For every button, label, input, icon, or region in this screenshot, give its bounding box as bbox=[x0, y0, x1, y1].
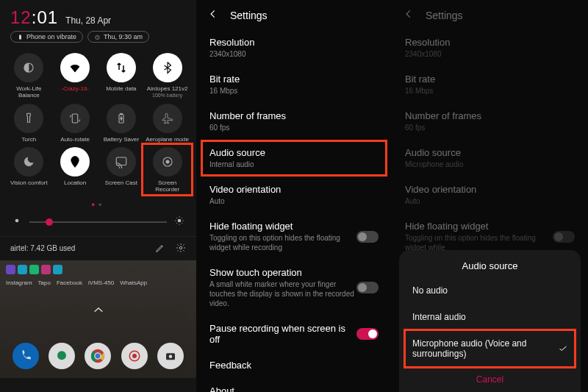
setting-subtitle: Internal audio bbox=[209, 160, 379, 169]
svg-point-10 bbox=[15, 219, 19, 223]
tile-pin[interactable]: Location bbox=[54, 147, 97, 193]
page-title: Settings bbox=[230, 10, 268, 21]
setting-row[interactable]: Show touch operationA small white marker… bbox=[196, 260, 392, 316]
setting-title: Resolution bbox=[209, 37, 379, 48]
camera-app-icon[interactable] bbox=[157, 343, 184, 369]
tile-bluetooth[interactable]: Airdopes 121v2100% battery bbox=[146, 53, 189, 99]
svg-point-22 bbox=[169, 354, 173, 358]
brightness-high-icon bbox=[174, 215, 184, 229]
svg-rect-3 bbox=[72, 114, 78, 123]
torch-icon[interactable] bbox=[14, 104, 43, 133]
setting-row[interactable]: Bit rate16 Mbps bbox=[392, 66, 588, 103]
bluetooth-icon[interactable] bbox=[153, 53, 182, 82]
brightness-slider[interactable] bbox=[29, 221, 167, 223]
setting-row[interactable]: Number of frames60 fps bbox=[196, 103, 392, 140]
setting-title: Feedback bbox=[209, 360, 379, 371]
setting-title: Pause recording when screen is off bbox=[209, 323, 356, 345]
dialog-option[interactable]: Microphone audio (Voice and surroundings… bbox=[399, 330, 581, 367]
toggle[interactable] bbox=[356, 231, 379, 243]
moon-icon[interactable] bbox=[14, 147, 43, 177]
page-indicator: ●● bbox=[0, 196, 196, 213]
setting-row[interactable]: Resolution2340x1080 bbox=[392, 29, 588, 66]
svg-point-12 bbox=[179, 246, 182, 249]
setting-row[interactable]: Audio sourceInternal audio bbox=[196, 140, 392, 177]
setting-row[interactable]: Resolution2340x1080 bbox=[196, 29, 392, 66]
tile-rotate[interactable]: Auto-rotate bbox=[54, 104, 97, 143]
tile-cast[interactable]: Screen Cast bbox=[100, 147, 143, 193]
tile-battery[interactable]: Battery Saver bbox=[100, 104, 143, 143]
setting-title: Bit rate bbox=[209, 74, 379, 85]
tile-balance[interactable]: Work-Life Balance bbox=[7, 53, 51, 99]
balance-icon[interactable] bbox=[14, 53, 43, 82]
setting-row[interactable]: Hide floating widgetToggling on this opt… bbox=[196, 213, 392, 260]
tile-label: Aeroplane mode bbox=[146, 137, 189, 143]
tile-label: Battery Saver bbox=[104, 137, 139, 143]
setting-title: Number of frames bbox=[209, 110, 379, 121]
quick-settings-panel: 12:01 Thu, 28 Apr Phone on vibrateThu, 9… bbox=[0, 0, 196, 392]
svg-rect-0 bbox=[19, 35, 21, 39]
pin-icon[interactable] bbox=[60, 147, 90, 177]
setting-row[interactable]: Pause recording when screen is off bbox=[196, 316, 392, 352]
setting-title: Bit rate bbox=[405, 74, 575, 85]
setting-subtitle: 16 Mbps bbox=[405, 86, 575, 96]
svg-point-9 bbox=[165, 160, 169, 164]
plane-icon[interactable] bbox=[153, 104, 182, 133]
tile-record[interactable]: Screen Recorder bbox=[146, 147, 189, 193]
setting-subtitle: 2340x1080 bbox=[405, 49, 575, 59]
setting-title: Hide floating widget bbox=[405, 221, 553, 232]
setting-title: Hide floating widget bbox=[209, 221, 356, 232]
setting-title: Resolution bbox=[405, 37, 575, 48]
tile-label: Vision comfort bbox=[10, 180, 48, 187]
cancel-button[interactable]: Cancel bbox=[399, 367, 581, 385]
tile-moon[interactable]: Vision comfort bbox=[7, 147, 51, 193]
battery-icon[interactable] bbox=[107, 104, 136, 133]
setting-subtitle: Microphone audio bbox=[405, 160, 575, 169]
setting-title: Show touch operation bbox=[209, 267, 356, 278]
cast-icon[interactable] bbox=[107, 147, 136, 177]
svg-point-20 bbox=[132, 354, 137, 358]
page-title: Settings bbox=[426, 10, 463, 21]
dialog-option[interactable]: No audio bbox=[399, 277, 581, 304]
setting-title: About bbox=[209, 385, 379, 392]
setting-row[interactable]: Video orientationAuto bbox=[392, 177, 588, 213]
dialog-option[interactable]: Internal audio bbox=[399, 304, 581, 330]
tile-label: Screen Cast bbox=[105, 180, 137, 187]
toggle[interactable] bbox=[356, 328, 379, 340]
tile-wifi[interactable]: -Crazy-18- bbox=[54, 53, 97, 99]
toggle[interactable] bbox=[553, 231, 575, 243]
edit-icon[interactable] bbox=[155, 243, 165, 254]
homescreen-preview: InstagramTapoFacebookiVMS-450WhatsApp bbox=[0, 260, 196, 378]
setting-row[interactable]: Bit rate16 Mbps bbox=[196, 66, 392, 103]
back-icon[interactable] bbox=[404, 9, 414, 22]
dialog-title: Audio source bbox=[399, 260, 581, 277]
toggle[interactable] bbox=[356, 282, 379, 293]
setting-row[interactable]: Audio sourceMicrophone audio bbox=[392, 140, 588, 177]
tile-data[interactable]: Mobile data bbox=[100, 53, 143, 99]
chrome-app-icon[interactable] bbox=[85, 343, 111, 369]
setting-title: Video orientation bbox=[209, 184, 379, 195]
gear-icon[interactable] bbox=[176, 243, 186, 254]
setting-subtitle: Toggling on this option hides the floati… bbox=[209, 233, 356, 252]
tile-plane[interactable]: Aeroplane mode bbox=[146, 104, 189, 143]
status-chip[interactable]: Thu, 9:30 am bbox=[87, 31, 149, 43]
setting-row[interactable]: Number of frames60 fps bbox=[392, 103, 588, 140]
rotate-icon[interactable] bbox=[60, 104, 90, 133]
tile-label: Auto-rotate bbox=[60, 137, 90, 143]
phone-app-icon[interactable] bbox=[12, 343, 39, 369]
recorder-settings-panel: Settings Resolution2340x1080Bit rate16 M… bbox=[196, 0, 392, 392]
setting-subtitle: 16 Mbps bbox=[209, 86, 379, 96]
back-icon[interactable] bbox=[208, 9, 218, 22]
chevron-up-icon[interactable] bbox=[93, 303, 104, 316]
wifi-icon[interactable] bbox=[60, 53, 90, 82]
messages-app-icon[interactable] bbox=[49, 343, 75, 369]
setting-row[interactable]: About bbox=[196, 378, 392, 392]
status-chip[interactable]: Phone on vibrate bbox=[10, 31, 83, 43]
record-icon[interactable] bbox=[153, 147, 182, 177]
tile-torch[interactable]: Torch bbox=[7, 104, 51, 143]
svg-point-11 bbox=[178, 219, 182, 223]
setting-row[interactable]: Feedback bbox=[196, 352, 392, 378]
setting-title: Audio source bbox=[405, 147, 575, 158]
data-icon[interactable] bbox=[107, 53, 136, 82]
gallery-app-icon[interactable] bbox=[121, 343, 148, 369]
setting-row[interactable]: Video orientationAuto bbox=[196, 177, 392, 213]
